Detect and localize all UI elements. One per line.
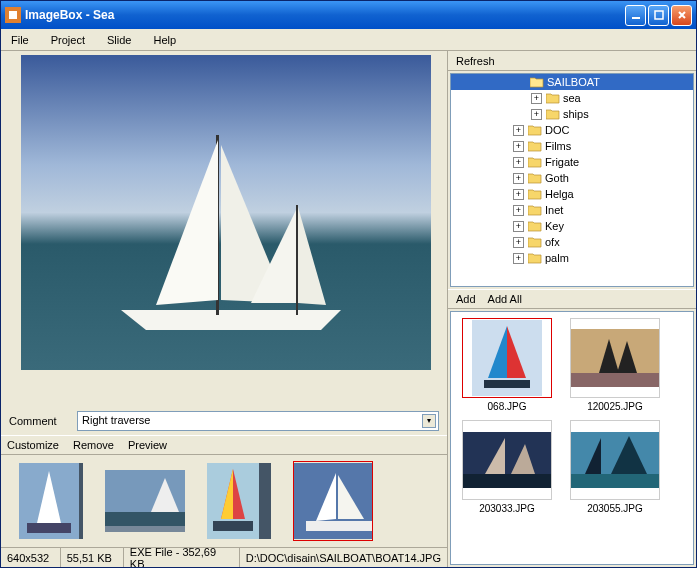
- browse-grid[interactable]: 068.JPG120025.JPG203033.JPG203055.JPG: [450, 311, 694, 565]
- tree-expand-icon[interactable]: +: [513, 253, 524, 264]
- browse-item[interactable]: 068.JPG: [457, 318, 557, 412]
- preview-button[interactable]: Preview: [128, 439, 167, 451]
- browse-item-label: 203033.JPG: [479, 503, 535, 514]
- svg-rect-1: [9, 11, 17, 19]
- tree-item[interactable]: +palm: [451, 250, 693, 266]
- tree-item-label: ships: [563, 108, 589, 120]
- folder-icon: [546, 109, 560, 120]
- refresh-bar: Refresh: [448, 51, 696, 71]
- maximize-button[interactable]: [648, 5, 669, 26]
- comment-value: Right traverse: [82, 414, 150, 426]
- menu-help[interactable]: Help: [149, 32, 180, 48]
- browse-item[interactable]: 203033.JPG: [457, 420, 557, 514]
- tree-expand-icon[interactable]: +: [513, 157, 524, 168]
- browse-thumbnail[interactable]: [570, 420, 660, 500]
- tree-item-label: SAILBOAT: [547, 76, 600, 88]
- browse-thumbnail[interactable]: [462, 420, 552, 500]
- browse-item-label: 068.JPG: [488, 401, 527, 412]
- browse-item[interactable]: 120025.JPG: [565, 318, 665, 412]
- tree-item-label: Inet: [545, 204, 563, 216]
- comment-dropdown-icon[interactable]: ▾: [422, 414, 436, 428]
- tree-expand-icon[interactable]: +: [531, 109, 542, 120]
- statusbar: 640x532 55,51 KB EXE File - 352,69 KB D:…: [1, 547, 447, 567]
- tree-item[interactable]: +ofx: [451, 234, 693, 250]
- folder-icon: [528, 141, 542, 152]
- thumbnail-item[interactable]: [105, 461, 185, 541]
- add-toolbar: Add Add All: [448, 289, 696, 309]
- svg-rect-21: [571, 474, 659, 488]
- svg-rect-11: [213, 521, 253, 531]
- customize-button[interactable]: Customize: [7, 439, 59, 451]
- folder-tree[interactable]: SAILBOAT+sea+ships+DOC+Films+Frigate+Got…: [450, 73, 694, 287]
- tree-item[interactable]: SAILBOAT: [451, 74, 693, 90]
- folder-icon: [528, 189, 542, 200]
- browse-item-label: 203055.JPG: [587, 503, 643, 514]
- comment-label: Comment: [9, 415, 69, 427]
- status-size: 55,51 KB: [61, 548, 124, 567]
- thumbnail-item[interactable]: [199, 461, 279, 541]
- folder-icon: [528, 253, 542, 264]
- tree-expand-icon[interactable]: +: [513, 189, 524, 200]
- folder-icon: [546, 93, 560, 104]
- menu-file[interactable]: File: [7, 32, 33, 48]
- tree-expand-icon[interactable]: +: [531, 93, 542, 104]
- tree-item[interactable]: +DOC: [451, 122, 693, 138]
- tree-item[interactable]: +Key: [451, 218, 693, 234]
- tree-expand-icon[interactable]: +: [513, 125, 524, 136]
- comment-input[interactable]: Right traverse ▾: [77, 411, 439, 431]
- tree-item-label: Frigate: [545, 156, 579, 168]
- tree-item[interactable]: +Helga: [451, 186, 693, 202]
- svg-rect-2: [632, 17, 640, 19]
- thumbnail-strip: [1, 455, 447, 547]
- sailboat-graphic: [101, 115, 361, 355]
- folder-open-icon: [530, 77, 544, 88]
- tree-item-label: DOC: [545, 124, 569, 136]
- remove-button[interactable]: Remove: [73, 439, 114, 451]
- folder-icon: [528, 205, 542, 216]
- add-button[interactable]: Add: [456, 293, 476, 305]
- browse-thumbnail[interactable]: [570, 318, 660, 398]
- tree-item-label: Goth: [545, 172, 569, 184]
- thumbnail-item[interactable]: [11, 461, 91, 541]
- app-icon: [5, 7, 21, 23]
- svg-rect-3: [655, 11, 663, 19]
- svg-rect-7: [27, 523, 71, 533]
- add-all-button[interactable]: Add All: [488, 293, 522, 305]
- browse-item[interactable]: 203055.JPG: [565, 420, 665, 514]
- tree-item[interactable]: +sea: [451, 90, 693, 106]
- svg-rect-5: [296, 205, 298, 315]
- tree-item[interactable]: +Frigate: [451, 154, 693, 170]
- tree-item[interactable]: +Inet: [451, 202, 693, 218]
- folder-icon: [528, 157, 542, 168]
- browse-item-label: 120025.JPG: [587, 401, 643, 412]
- tree-expand-icon[interactable]: +: [513, 141, 524, 152]
- svg-rect-9: [105, 512, 185, 526]
- svg-rect-17: [571, 373, 659, 387]
- tree-item[interactable]: +Films: [451, 138, 693, 154]
- browse-thumbnail[interactable]: [462, 318, 552, 398]
- tree-expand-icon[interactable]: +: [513, 205, 524, 216]
- tree-expand-icon[interactable]: +: [513, 237, 524, 248]
- tree-expand-icon[interactable]: +: [513, 173, 524, 184]
- status-path: D:\DOC\disain\SAILBOAT\BOAT14.JPG: [240, 548, 447, 567]
- thumbnail-item[interactable]: [293, 461, 373, 541]
- main-image[interactable]: [21, 55, 431, 370]
- menu-slide[interactable]: Slide: [103, 32, 135, 48]
- menu-project[interactable]: Project: [47, 32, 89, 48]
- minimize-button[interactable]: [625, 5, 646, 26]
- refresh-button[interactable]: Refresh: [456, 55, 495, 67]
- svg-rect-15: [484, 380, 530, 388]
- app-window: ImageBox - Sea File Project Slide Help: [0, 0, 697, 568]
- folder-icon: [528, 237, 542, 248]
- tree-expand-icon[interactable]: +: [513, 221, 524, 232]
- close-button[interactable]: [671, 5, 692, 26]
- main-image-area: [1, 51, 447, 407]
- tree-item-label: Key: [545, 220, 564, 232]
- thumb-toolbar: Customize Remove Preview: [1, 435, 447, 455]
- titlebar[interactable]: ImageBox - Sea: [1, 1, 696, 29]
- tree-item[interactable]: +Goth: [451, 170, 693, 186]
- folder-icon: [528, 173, 542, 184]
- window-title: ImageBox - Sea: [25, 8, 625, 22]
- tree-item-label: ofx: [545, 236, 560, 248]
- tree-item[interactable]: +ships: [451, 106, 693, 122]
